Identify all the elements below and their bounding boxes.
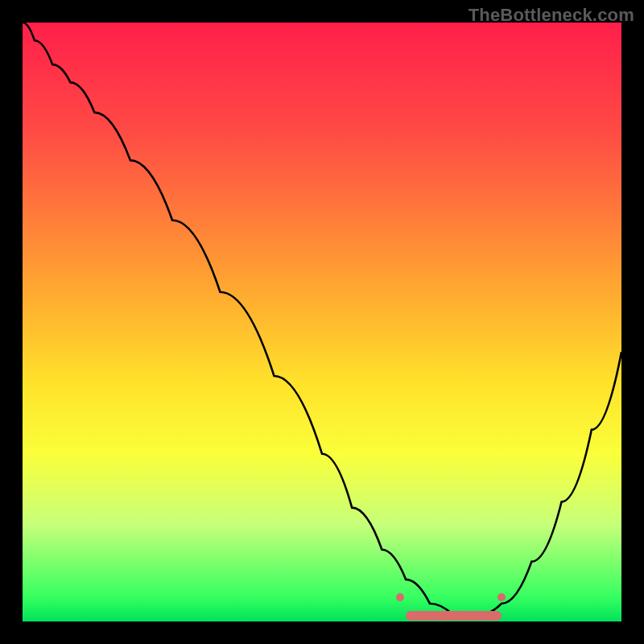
plot-area xyxy=(23,23,621,621)
chart-frame: TheBottleneck.com xyxy=(0,0,644,644)
marker-dot xyxy=(497,593,506,601)
optimal-range-band xyxy=(406,611,502,621)
marker-dot xyxy=(396,593,404,601)
bottleneck-curve xyxy=(23,23,621,621)
